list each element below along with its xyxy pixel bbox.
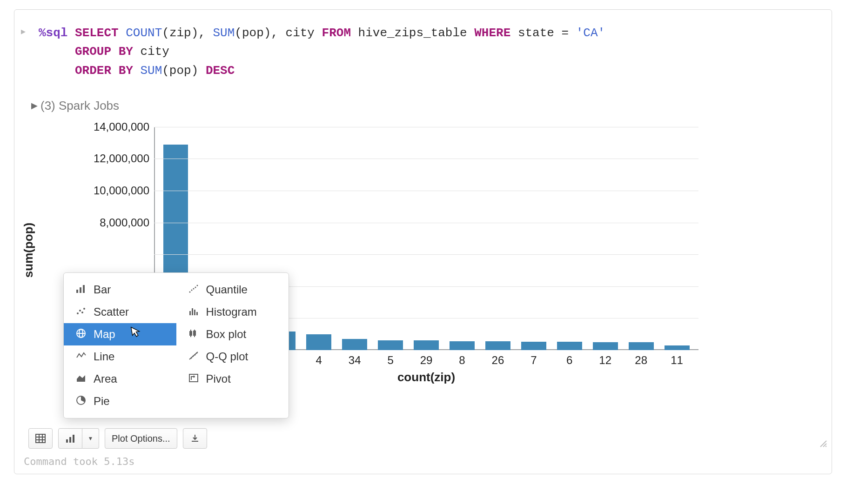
menu-item-label: Q-Q plot	[206, 350, 248, 363]
chart-type-menu: BarScatterMapLineAreaPie QuantileHistogr…	[63, 272, 289, 418]
chart-menu-item-line[interactable]: Line	[64, 345, 176, 368]
chart-gridline	[154, 191, 698, 191]
svg-point-5	[81, 312, 83, 313]
chart-bar[interactable]	[342, 339, 367, 350]
menu-item-label: Map	[94, 328, 115, 341]
chart-menu-item-pivot[interactable]: Pivot	[176, 368, 289, 390]
svg-point-27	[192, 355, 194, 357]
menu-item-label: Bar	[94, 283, 111, 296]
chart-bar-slot	[480, 127, 516, 350]
chart-bar-slot	[444, 127, 480, 350]
chart-bar[interactable]	[521, 342, 546, 350]
quantile-icon	[188, 284, 200, 296]
pivot-icon	[188, 373, 200, 385]
svg-rect-36	[66, 439, 68, 443]
menu-item-label: Pivot	[206, 372, 231, 385]
chart-y-tick: 14,000,000	[49, 120, 149, 133]
caret-right-icon: ▶	[31, 100, 38, 111]
code-editor[interactable]: %sql SELECT COUNT(zip), SUM(pop), city F…	[39, 24, 818, 80]
svg-rect-30	[189, 374, 198, 382]
svg-point-16	[196, 285, 198, 286]
chart-bar[interactable]	[378, 340, 403, 350]
chart-menu-item-area[interactable]: Area	[64, 368, 176, 390]
globe-icon	[75, 328, 87, 341]
svg-line-40	[820, 441, 826, 447]
chart-bar-slot	[623, 127, 659, 350]
chart-bar[interactable]	[629, 342, 654, 350]
svg-rect-31	[36, 434, 45, 443]
code-magic: %sql	[39, 26, 67, 40]
chart-bar-slot	[551, 127, 587, 350]
chart-bar-slot	[337, 127, 373, 350]
chart-bar[interactable]	[665, 345, 690, 350]
svg-rect-2	[83, 285, 85, 293]
svg-point-14	[193, 288, 194, 289]
menu-item-label: Histogram	[206, 305, 257, 318]
chart-menu-item-quantile[interactable]: Quantile	[176, 279, 289, 301]
chart-type-dropdown-toggle[interactable]: ▼	[82, 428, 99, 449]
svg-point-29	[196, 352, 197, 353]
scatter-icon	[75, 306, 87, 318]
svg-marker-10	[77, 375, 85, 382]
chart-bar[interactable]	[306, 334, 331, 350]
chart-gridline	[154, 127, 698, 127]
svg-rect-17	[189, 311, 191, 315]
chart-bar-slot	[409, 127, 444, 350]
chart-gridline	[154, 159, 698, 159]
notebook-cell: ▸ %sql SELECT COUNT(zip), SUM(pop), city…	[14, 9, 832, 474]
chart-bar[interactable]	[450, 341, 475, 350]
chart-bar-slot	[516, 127, 551, 350]
svg-point-3	[77, 312, 79, 314]
download-button[interactable]	[183, 428, 207, 449]
run-cell-caret[interactable]: ▸	[21, 26, 26, 37]
chart-menu-col-2: QuantileHistogramBox plotQ-Q plotPivot	[176, 279, 289, 412]
menu-item-label: Quantile	[206, 283, 248, 296]
chart-menu-item-bar[interactable]: Bar	[64, 279, 176, 301]
notebook-cell-wrapper: ▸ %sql SELECT COUNT(zip), SUM(pop), city…	[0, 0, 846, 504]
svg-rect-0	[76, 290, 78, 293]
svg-rect-19	[194, 310, 195, 315]
menu-item-label: Pie	[94, 395, 110, 408]
svg-rect-20	[196, 312, 198, 315]
chart-menu-item-box-plot[interactable]: Box plot	[176, 323, 289, 345]
chart-menu-item-pie[interactable]: Pie	[64, 390, 176, 412]
chart-menu-item-scatter[interactable]: Scatter	[64, 301, 176, 323]
caret-down-icon: ▼	[88, 435, 94, 442]
chart-bar[interactable]	[557, 342, 582, 350]
chart-bar[interactable]	[593, 342, 618, 350]
svg-point-15	[195, 286, 196, 288]
qq-icon	[188, 351, 200, 363]
command-duration-label: Command took 5.13s	[24, 456, 134, 467]
chart-bar-slot	[301, 127, 337, 350]
svg-rect-1	[80, 287, 81, 293]
chart-bar[interactable]	[485, 341, 510, 350]
chart-menu-item-map[interactable]: Map	[64, 323, 176, 345]
chart-gridline	[154, 254, 698, 255]
svg-point-4	[79, 310, 81, 312]
chart-menu-item-histogram[interactable]: Histogram	[176, 301, 289, 323]
svg-point-13	[191, 289, 192, 291]
spark-jobs-toggle[interactable]: ▶ (3) Spark Jobs	[31, 99, 818, 113]
chart-bar-slot	[373, 127, 409, 350]
plot-options-button[interactable]: Plot Options...	[105, 428, 177, 449]
svg-rect-38	[73, 435, 74, 443]
svg-rect-18	[192, 308, 193, 315]
line-icon	[75, 351, 87, 363]
svg-point-28	[194, 354, 195, 355]
area-icon	[75, 373, 87, 385]
chart-gridline	[154, 223, 698, 223]
chart-menu-col-1: BarScatterMapLineAreaPie	[64, 279, 176, 412]
show-table-button[interactable]	[28, 428, 53, 449]
chart-bar-slot	[587, 127, 623, 350]
svg-point-26	[190, 357, 192, 358]
chart-bar-slot	[659, 127, 695, 350]
svg-rect-37	[69, 437, 71, 443]
svg-point-12	[189, 291, 190, 292]
chart-ylabel: sum(pop)	[21, 223, 36, 278]
resize-handle-icon[interactable]	[819, 439, 827, 450]
chart-bar[interactable]	[414, 340, 439, 350]
chart-type-button[interactable]	[58, 428, 82, 449]
spark-jobs-label: (3) Spark Jobs	[40, 99, 119, 113]
chart-menu-item-q-q-plot[interactable]: Q-Q plot	[176, 345, 289, 368]
menu-item-label: Scatter	[94, 305, 129, 318]
